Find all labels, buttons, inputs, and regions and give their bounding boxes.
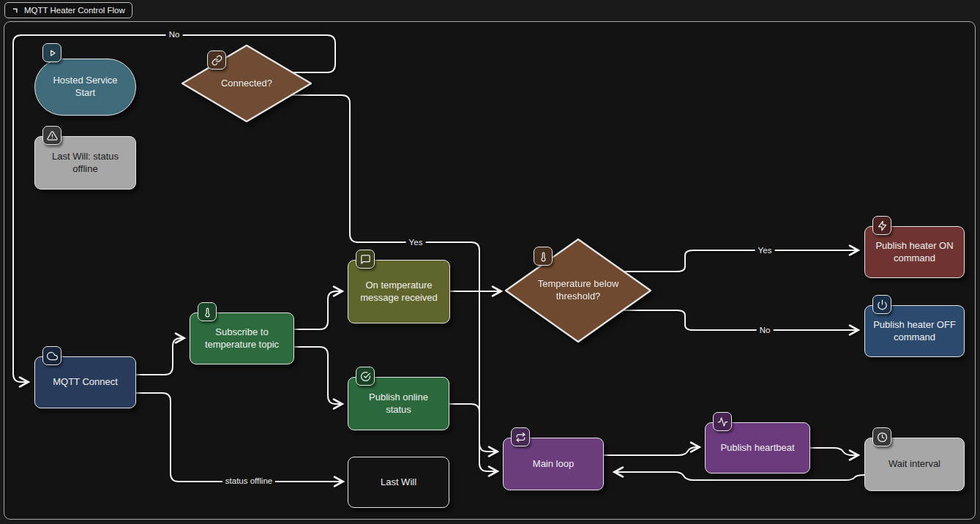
message-icon bbox=[356, 250, 375, 269]
node-label: Temperature below threshold? bbox=[531, 278, 625, 303]
thermometer-icon bbox=[198, 302, 217, 321]
node-last-will[interactable]: Last Will bbox=[348, 457, 449, 508]
node-publish-heater-off[interactable]: Publish heater OFF command bbox=[864, 305, 965, 357]
edge-main-loop-heartbeat[interactable] bbox=[605, 447, 698, 455]
node-label: Subscribe to temperature topic bbox=[198, 326, 286, 351]
edge-mqtt-lastwill[interactable] bbox=[136, 393, 342, 482]
edge-threshold-no-heater-off[interactable] bbox=[623, 310, 857, 330]
node-publish-heater-on[interactable]: Publish heater ON command bbox=[864, 226, 965, 278]
clock-icon bbox=[872, 427, 891, 446]
node-publish-online-status[interactable]: Publish online status bbox=[348, 377, 449, 430]
edge-heartbeat-wait[interactable] bbox=[810, 448, 857, 455]
node-label: Main loop bbox=[533, 458, 574, 471]
node-subscribe-temperature-topic[interactable]: Subscribe to temperature topic bbox=[190, 312, 294, 364]
node-label: Wait interval bbox=[889, 458, 940, 471]
edge-subscribe-online[interactable] bbox=[295, 347, 341, 404]
flow-icon bbox=[12, 7, 20, 15]
diagram-tab[interactable]: MQTT Heater Control Flow bbox=[4, 2, 132, 18]
node-label: Publish heartbeat bbox=[720, 442, 794, 454]
edge-subscribe-onmsg[interactable] bbox=[295, 291, 341, 329]
power-icon bbox=[872, 295, 891, 314]
edge-label-no: No bbox=[166, 30, 183, 39]
thermometer-icon bbox=[534, 247, 553, 266]
edge-label-yes: Yes bbox=[406, 238, 426, 247]
pulse-icon bbox=[713, 412, 732, 431]
node-label: MQTT Connect bbox=[53, 376, 118, 389]
node-label: Last Will bbox=[381, 476, 416, 489]
edge-mqtt-subscribe[interactable] bbox=[136, 338, 183, 375]
repeat-icon bbox=[511, 427, 530, 446]
node-mqtt-connect[interactable]: MQTT Connect bbox=[34, 356, 136, 408]
edges-layer bbox=[0, 0, 980, 524]
edge-label-no-heater-off: No bbox=[757, 326, 774, 334]
node-main-loop[interactable]: Main loop bbox=[503, 438, 604, 490]
edge-threshold-yes-heater-on[interactable] bbox=[624, 250, 857, 272]
edge-label-yes-heater-on: Yes bbox=[755, 246, 775, 255]
node-publish-heartbeat[interactable]: Publish heartbeat bbox=[705, 422, 810, 474]
node-on-temperature-message-received[interactable]: On temperature message received bbox=[348, 260, 450, 323]
node-label: Publish heater ON command bbox=[872, 240, 957, 265]
node-label: Last Will: status offline bbox=[42, 151, 128, 176]
cloud-icon bbox=[42, 346, 61, 365]
node-connected[interactable]: Connected? bbox=[179, 42, 314, 124]
warning-icon bbox=[42, 126, 61, 145]
zap-icon bbox=[872, 216, 891, 235]
node-hosted-service-start[interactable]: Hosted Service Start bbox=[34, 59, 136, 116]
edge-online-main-loop[interactable] bbox=[449, 404, 496, 471]
node-last-will-status-offline[interactable]: Last Will: status offline bbox=[34, 136, 136, 190]
play-icon bbox=[42, 43, 61, 62]
node-label: Connected? bbox=[221, 78, 272, 90]
check-circle-icon bbox=[356, 367, 375, 386]
node-label: On temperature message received bbox=[356, 280, 442, 304]
diagram-stage: MQTT Heater Control Flow No Yes Yes No s… bbox=[0, 0, 980, 524]
node-label: Hosted Service Start bbox=[42, 75, 128, 100]
node-wait-interval[interactable]: Wait interval bbox=[864, 438, 965, 491]
node-label: Publish heater OFF command bbox=[872, 319, 957, 344]
edge-label-status-offline: status offline bbox=[222, 476, 275, 485]
node-temperature-below-threshold[interactable]: Temperature below threshold? bbox=[503, 236, 654, 345]
link-icon bbox=[207, 50, 226, 70]
node-label: Publish online status bbox=[356, 392, 441, 416]
diagram-title: MQTT Heater Control Flow bbox=[24, 6, 125, 15]
